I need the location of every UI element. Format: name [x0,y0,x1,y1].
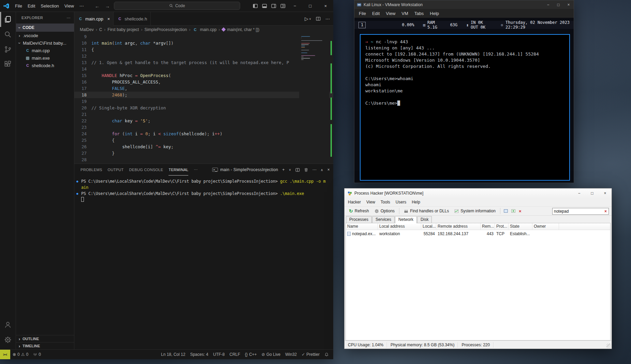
menu-hacker[interactable]: Hacker [345,198,364,206]
menu-help[interactable]: Help [409,198,423,206]
workspace-root-code[interactable]: › CODE [16,24,74,32]
tab-output[interactable]: OUTPUT [108,164,124,176]
clear-search-icon[interactable]: × [603,209,608,214]
split-terminal-icon[interactable] [295,168,300,172]
workspace-indicator[interactable]: 1 [358,22,366,28]
menu-tools[interactable]: Tools [378,198,393,206]
timeline-section[interactable]: › TIMELINE [16,342,74,349]
tree-item-vscode-folder[interactable]: › .vscode [16,32,74,39]
code-editor[interactable]: 910int main(int argc, char *argv[])11{12… [74,33,333,164]
menu-edit[interactable]: Edit [369,10,383,17]
terminal-session[interactable]: >_ main - SimpleProcessInjection [212,167,278,172]
overview-ruler[interactable] [329,33,333,164]
source-control-icon[interactable] [0,42,16,57]
close-panel-icon[interactable]: × [327,167,330,172]
menu-file[interactable]: File [356,10,369,17]
resize-grip[interactable] [606,344,611,348]
maximize-button[interactable]: □ [586,188,599,198]
column-header-local[interactable]: Local... [421,223,436,230]
tab-processes[interactable]: Processes [346,216,372,223]
breadcrumb-symbol[interactable]: main(int, char * []) [227,27,260,32]
sidebar-more-actions[interactable]: ⋯ [67,16,71,20]
minimap[interactable] [299,33,329,164]
column-header-prot[interactable]: Prot... [495,223,509,230]
extensions-icon[interactable] [0,57,16,72]
close-tab-icon[interactable]: × [107,16,110,21]
toggle-secondary-sidebar-icon[interactable] [271,3,276,9]
breadcrumb-item[interactable]: SimpleProcessInjection [144,27,187,32]
search-input[interactable] [553,209,603,214]
breadcrumb-item[interactable]: C [99,27,102,32]
new-window-icon[interactable] [511,209,516,213]
terminal-output[interactable]: ●PS C:\Users\me\LocalShare\Code\MalDev\C… [74,176,333,203]
titlebar[interactable]: Process Hacker [WORKSTATION\me] − □ × [344,188,612,198]
menu-view[interactable]: View [62,2,77,10]
more-actions-icon[interactable]: ⋯ [325,16,330,21]
column-header-name[interactable]: Name [346,223,378,230]
column-header-owner[interactable]: Owner [532,223,559,230]
indentation[interactable]: Spaces: 4 [188,350,210,359]
account-icon[interactable] [0,317,16,332]
minimize-button[interactable]: − [287,0,303,12]
tab-problems[interactable]: PROBLEMS [80,164,102,176]
language-mode[interactable]: {}C++ [243,350,259,359]
tree-item-main-cpp[interactable]: C main.cpp [16,47,74,54]
outline-section[interactable]: › OUTLINE [16,335,74,342]
new-terminal-button[interactable]: + [282,167,285,172]
command-center-search[interactable]: Code [114,2,240,10]
tab-debug-console[interactable]: DEBUG CONSOLE [129,164,163,176]
encoding[interactable]: UTF-8 [211,350,227,359]
kali-terminal-window[interactable]: → ~ nc -lnvp 443listening on [any] 443 .… [360,34,570,181]
network-table-row[interactable]: notepad.ex...workstation55284192.168.244… [346,230,610,237]
menu-edit[interactable]: Edit [25,2,38,10]
tab-services[interactable]: Services [372,216,395,223]
breadcrumb-item[interactable]: First baby project [107,27,139,32]
tree-item-main-exe[interactable]: main.exe [16,54,74,62]
settings-gear-icon[interactable] [0,332,16,347]
tab-shellcode-h[interactable]: C shellcode.h [114,12,151,26]
back-icon[interactable]: ← [95,3,100,9]
command-decoration[interactable]: ● [76,178,78,184]
vm-screen[interactable]: 1 0.00% ▥RAM 5.1G 63G ▮IN 0K OUT 0K ⊙Thu… [354,18,574,183]
menu-more[interactable]: ⋯ [77,2,87,10]
breadcrumb-item[interactable]: MalDev [80,27,94,32]
split-editor-icon[interactable] [316,16,321,21]
maximize-panel-icon[interactable]: ∧ [321,168,323,172]
tab-network[interactable]: Network [395,216,417,223]
always-on-top-icon[interactable] [503,209,508,213]
terminal-dropdown-icon[interactable]: ∨ [289,168,291,171]
menu-tabs[interactable]: Tabs [411,10,427,17]
toggle-sidebar-icon[interactable] [253,3,258,9]
close-button[interactable]: × [599,188,612,198]
maximize-button[interactable]: □ [553,0,563,9]
maximize-button[interactable]: □ [303,0,318,12]
menu-view[interactable]: View [383,10,398,17]
minimize-button[interactable]: − [543,0,553,9]
formatter-indicator[interactable]: ✓Prettier [299,350,322,359]
column-header-localaddress[interactable]: Local address [378,223,421,230]
system-information-button[interactable]: System information [452,208,498,214]
menu-file[interactable]: File [12,2,25,10]
problems-indicator[interactable]: ⊗0 ⚠0 [10,350,31,359]
cursor-position[interactable]: Ln 18, Col 12 [159,350,188,359]
breadcrumb-item[interactable]: main.cpp [200,27,217,32]
column-header-rem[interactable]: Rem... [481,223,495,230]
tab-main-cpp[interactable]: C main.cpp × [74,12,114,26]
ports-indicator[interactable]: 0 [31,350,43,359]
tab-disk[interactable]: Disk [417,216,432,223]
tree-item-shellcode-h[interactable]: C shellcode.h [16,62,74,69]
search-icon[interactable] [0,27,16,42]
vmware-titlebar[interactable]: Kali Linux - VMware Workstation − □ × [354,0,574,9]
customize-layout-icon[interactable] [280,3,285,9]
options-button[interactable]: Options [372,208,397,214]
remote-indicator[interactable]: >< [0,350,10,359]
run-button[interactable]: ▷∨ [305,16,311,21]
tree-item-maldev-folder[interactable]: › MalDev\C\First baby... [16,39,74,47]
menu-selection[interactable]: Selection [38,2,61,10]
menu-users[interactable]: Users [393,198,409,206]
find-handles-button[interactable]: Find handles or DLLs [401,208,451,214]
vscode-titlebar[interactable]: File Edit Selection View ⋯ ← → Code − □ … [0,0,333,12]
panel-tabs-more-icon[interactable]: ⋯ [194,164,197,176]
go-live-button[interactable]: ⊘Go Live [259,350,283,359]
platform-target[interactable]: Win32 [283,350,299,359]
